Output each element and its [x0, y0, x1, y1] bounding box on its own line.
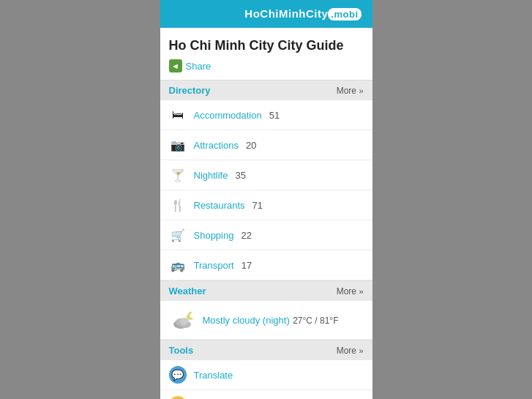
svg-point-3 — [180, 318, 189, 325]
directory-more-arrow: » — [359, 86, 363, 95]
nightlife-count: 35 — [235, 170, 245, 181]
tool-item-translate[interactable]: 💬 Translate — [160, 360, 372, 390]
tools-section-header: Tools More » — [160, 340, 372, 360]
tool-item-currency[interactable]: 💱 Currency Converter — [160, 390, 372, 399]
restaurants-icon: 🍴 — [169, 196, 187, 214]
translate-label: Translate — [194, 370, 233, 381]
tools-title: Tools — [169, 345, 194, 356]
directory-title: Directory — [169, 85, 211, 96]
list-item[interactable]: 🍸 Nightlife 35 — [160, 160, 372, 190]
weather-more[interactable]: More » — [337, 286, 364, 297]
weather-desc-group: Mostly cloudy (night) 27°C / 81°F — [203, 313, 339, 327]
attractions-icon: 📷 — [169, 136, 187, 154]
share-label: Share — [186, 61, 211, 72]
header-bar: HoChiMinhCity.mobi — [160, 0, 372, 28]
weather-more-arrow: » — [359, 287, 363, 296]
transport-icon: 🚌 — [169, 256, 187, 274]
phone-container: HoChiMinhCity.mobi Ho Chi Minh City City… — [160, 0, 372, 399]
weather-title: Weather — [169, 286, 206, 297]
restaurants-count: 71 — [252, 200, 263, 211]
nightlife-icon: 🍸 — [169, 166, 187, 184]
list-item[interactable]: 🛏 Accommodation 51 — [160, 100, 372, 130]
accommodation-icon: 🛏 — [169, 106, 187, 124]
restaurants-label: Restaurants — [194, 200, 245, 211]
mobi-badge: .mobi — [328, 8, 361, 20]
directory-section-header: Directory More » — [160, 80, 372, 100]
transport-label: Transport — [194, 260, 234, 271]
nightlife-label: Nightlife — [194, 170, 228, 181]
weather-temp: 27°C / 81°F — [293, 316, 338, 326]
list-item[interactable]: 📷 Attractions 20 — [160, 130, 372, 160]
weather-description: Mostly cloudy (night) — [203, 315, 290, 326]
tools-more[interactable]: More » — [337, 346, 364, 356]
accommodation-label: Accommodation — [194, 110, 262, 121]
tools-more-arrow: » — [359, 346, 363, 355]
accommodation-count: 51 — [269, 110, 280, 121]
site-title: HoChiMinhCity.mobi — [244, 7, 361, 20]
share-button[interactable]: ◄ Share — [160, 58, 372, 80]
shopping-icon: 🛒 — [169, 226, 187, 244]
attractions-label: Attractions — [194, 140, 239, 151]
translate-icon: 💬 — [169, 366, 187, 384]
currency-icon: 💱 — [169, 396, 187, 399]
page-title: Ho Chi Minh City City Guide — [160, 28, 372, 58]
directory-more[interactable]: More » — [337, 86, 364, 96]
shopping-label: Shopping — [194, 230, 234, 241]
list-item[interactable]: 🚌 Transport 17 — [160, 250, 372, 280]
weather-item[interactable]: Mostly cloudy (night) 27°C / 81°F — [160, 301, 372, 340]
shopping-count: 22 — [241, 230, 251, 241]
share-icon: ◄ — [169, 59, 182, 72]
transport-count: 17 — [241, 260, 252, 271]
list-item[interactable]: 🛒 Shopping 22 — [160, 220, 372, 250]
list-item[interactable]: 🍴 Restaurants 71 — [160, 190, 372, 220]
weather-cloud-icon — [169, 307, 195, 333]
weather-section-header: Weather More » — [160, 280, 372, 301]
attractions-count: 20 — [246, 140, 256, 151]
